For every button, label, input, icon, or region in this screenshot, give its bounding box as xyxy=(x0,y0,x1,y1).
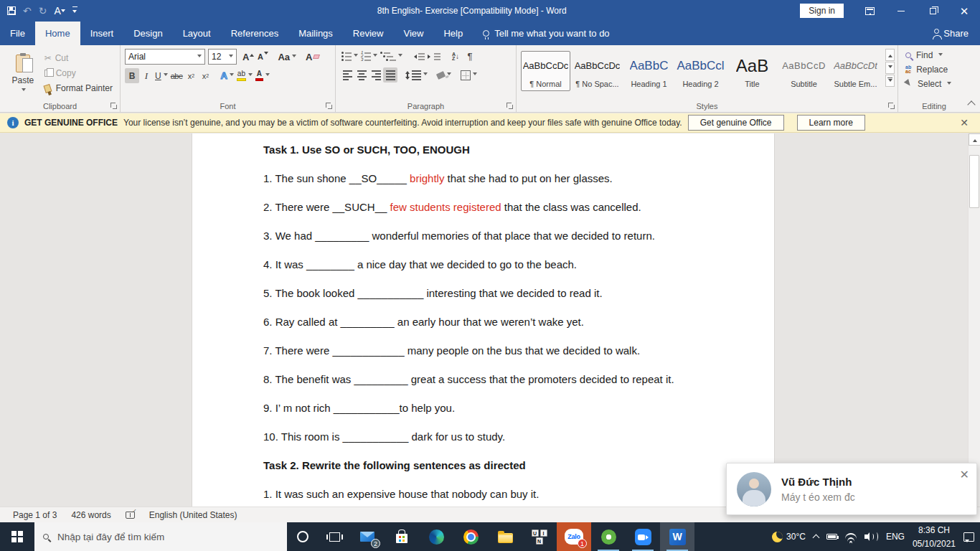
action-center-button[interactable] xyxy=(963,522,974,551)
cortana-button[interactable] xyxy=(287,522,319,551)
redo-icon[interactable]: ↻ xyxy=(39,6,47,16)
doc-line[interactable]: 4. It was ________ a nice day that we de… xyxy=(263,258,717,271)
font-size-combobox[interactable]: 12 xyxy=(208,49,237,65)
numbering-button[interactable]: 123 xyxy=(359,49,379,64)
taskbar-app-word[interactable]: W xyxy=(660,522,694,551)
styles-scroll-up-button[interactable] xyxy=(885,49,895,61)
share-button[interactable]: Share xyxy=(934,22,980,45)
network-status[interactable] xyxy=(845,522,857,551)
align-center-button[interactable] xyxy=(354,67,369,83)
shrink-font-button[interactable]: A xyxy=(255,50,270,65)
style-title[interactable]: AaBTitle xyxy=(727,51,777,91)
align-right-button[interactable] xyxy=(369,67,383,83)
paragraph-dialog-launcher[interactable] xyxy=(507,103,514,110)
format-painter-button[interactable]: Format Painter xyxy=(42,82,116,95)
font-dialog-launcher[interactable] xyxy=(326,103,333,110)
doc-heading[interactable]: Task 2. Rewrite the following sentences … xyxy=(263,458,717,472)
find-button[interactable]: Find xyxy=(903,49,966,62)
tab-references[interactable]: References xyxy=(221,22,288,45)
minimize-button[interactable] xyxy=(885,0,917,22)
restore-button[interactable] xyxy=(917,0,948,22)
subscript-button[interactable]: x2 xyxy=(184,68,199,83)
taskbar-app-coccoc[interactable] xyxy=(591,522,626,551)
save-icon[interactable] xyxy=(7,6,16,15)
input-language-button[interactable]: ENG xyxy=(886,522,905,551)
search-input[interactable] xyxy=(56,531,278,543)
tab-design[interactable]: Design xyxy=(123,22,172,45)
document-page[interactable]: Task 1. Use SO or SUCH, TOO, ENOUGH1. Th… xyxy=(192,133,775,507)
tab-layout[interactable]: Layout xyxy=(173,22,221,45)
taskbar-app-edge[interactable] xyxy=(419,522,453,551)
doc-line[interactable]: 6. Ray called at _________ an early hour… xyxy=(263,315,717,329)
message-bar-close-icon[interactable]: ✕ xyxy=(956,117,973,128)
word-count-status[interactable]: 426 words xyxy=(65,507,116,522)
taskbar-app-explorer[interactable] xyxy=(488,522,522,551)
ribbon-display-options-button[interactable] xyxy=(854,0,885,22)
borders-button[interactable] xyxy=(459,67,479,83)
task-view-button[interactable] xyxy=(319,522,350,551)
style-no-spac[interactable]: AaBbCcDc¶ No Spac... xyxy=(573,51,622,91)
volume-status[interactable] xyxy=(864,522,878,551)
select-button[interactable]: Select xyxy=(903,77,966,90)
clear-formatting-button[interactable]: A xyxy=(304,50,321,65)
tab-home[interactable]: Home xyxy=(35,22,80,45)
underline-button[interactable]: U xyxy=(154,68,169,83)
taskbar-app-chrome[interactable] xyxy=(453,522,488,551)
doc-line[interactable]: 7. There were ____________ many people o… xyxy=(263,344,717,357)
text-highlight-button[interactable]: ab xyxy=(235,68,254,83)
paste-button[interactable]: Paste xyxy=(4,49,42,99)
text-effects-button[interactable]: A xyxy=(220,68,235,83)
superscript-button[interactable]: x2 xyxy=(199,68,213,83)
tab-insert[interactable]: Insert xyxy=(80,22,124,45)
tab-view[interactable]: View xyxy=(393,22,433,45)
taskbar-app-store[interactable] xyxy=(385,522,419,551)
get-genuine-office-button[interactable]: Get genuine Office xyxy=(688,115,784,131)
tab-help[interactable]: Help xyxy=(433,22,473,45)
battery-status[interactable] xyxy=(826,522,837,551)
doc-line[interactable]: 1. It was such an expensive house that n… xyxy=(263,487,717,501)
sort-button[interactable]: AZ↓ xyxy=(448,49,463,64)
italic-button[interactable]: I xyxy=(139,68,154,83)
increase-indent-button[interactable] xyxy=(426,49,442,64)
undo-icon[interactable]: ↶ xyxy=(23,6,32,16)
proofing-status[interactable] xyxy=(120,507,141,522)
bold-button[interactable]: B xyxy=(125,68,139,83)
align-left-button[interactable] xyxy=(340,67,354,83)
font-name-combobox[interactable]: Arial xyxy=(125,49,205,65)
sign-in-button[interactable]: Sign in xyxy=(800,4,844,18)
taskbar-app-mail[interactable]: 2 xyxy=(350,522,385,551)
taskbar-app-zoom[interactable] xyxy=(626,522,660,551)
tell-me-box[interactable]: Tell me what you want to do xyxy=(483,22,609,45)
scroll-up-button[interactable] xyxy=(969,133,980,146)
shading-button[interactable] xyxy=(435,67,453,83)
clipboard-dialog-launcher[interactable] xyxy=(110,103,118,110)
change-case-button[interactable]: Aa xyxy=(276,50,298,65)
notification-close-icon[interactable]: ✕ xyxy=(960,468,969,481)
decrease-indent-button[interactable] xyxy=(410,49,426,64)
doc-line[interactable]: 5. The book looked ___________ interesti… xyxy=(263,286,717,300)
taskbar-app-zalo[interactable]: Zalo1 xyxy=(557,522,591,551)
justify-button[interactable] xyxy=(383,67,397,83)
weather-widget[interactable]: 30°C xyxy=(772,522,806,551)
vertical-scrollbar[interactable] xyxy=(968,133,980,507)
taskbar-app-unikey[interactable]: UIN xyxy=(522,522,557,551)
scrollbar-thumb[interactable] xyxy=(969,155,979,208)
cut-button[interactable]: ✂ Cut xyxy=(42,52,116,65)
styles-scroll-down-button[interactable] xyxy=(885,62,895,74)
doc-line[interactable]: 2. There were __SUCH__ few students regi… xyxy=(263,200,717,214)
show-hide-marks-button[interactable]: ¶ xyxy=(463,49,477,64)
close-button[interactable]: ✕ xyxy=(948,0,980,22)
style-subtitle[interactable]: AaBbCcDSubtitle xyxy=(779,51,829,91)
replace-button[interactable]: abacReplace xyxy=(903,63,966,76)
tab-mailings[interactable]: Mailings xyxy=(288,22,343,45)
tab-file[interactable]: File xyxy=(0,22,35,45)
strikethrough-button[interactable]: abe xyxy=(169,68,184,83)
style-heading-1[interactable]: AaBbCHeading 1 xyxy=(624,51,674,91)
style-subtle-em[interactable]: AaBbCcDtSubtle Em... xyxy=(831,51,880,91)
multilevel-list-button[interactable] xyxy=(379,49,404,64)
copy-button[interactable]: Copy xyxy=(42,67,116,80)
doc-line[interactable]: 1. The sun shone __SO_____ brightly that… xyxy=(263,171,717,185)
start-button[interactable] xyxy=(0,522,34,551)
tray-overflow-button[interactable] xyxy=(814,522,819,551)
tab-review[interactable]: Review xyxy=(343,22,394,45)
